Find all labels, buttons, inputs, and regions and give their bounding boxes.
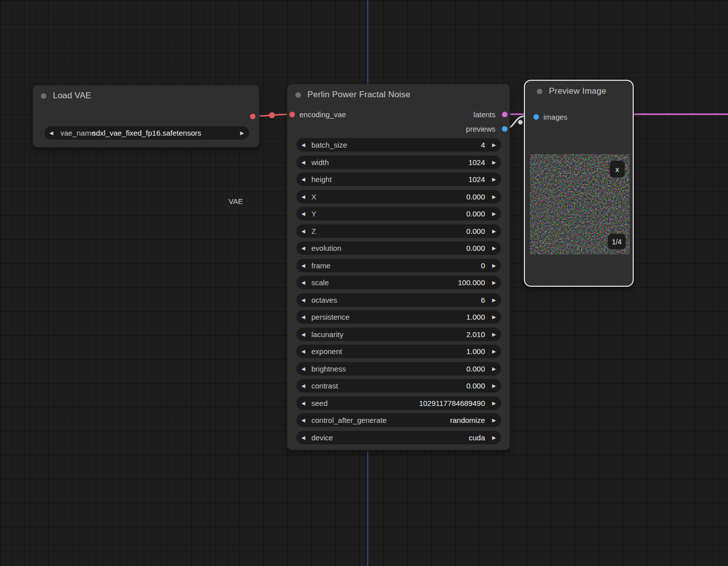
widget-value: randomize [450, 416, 485, 424]
collapse-dot-icon[interactable] [41, 93, 46, 99]
widget-label: lacunarity [311, 330, 343, 339]
widget-frame[interactable]: ◀frame0▶ [296, 259, 501, 272]
increment-arrow-icon[interactable]: ▶ [488, 259, 496, 272]
decrement-arrow-icon[interactable]: ◀ [301, 173, 309, 186]
node-perlin-power-fractal-noise[interactable]: Perlin Power Fractal Noise encoding_vae … [287, 84, 510, 450]
widget-label: device [311, 433, 333, 442]
widget-value: 100.000 [458, 278, 485, 287]
decrement-arrow-icon[interactable]: ◀ [301, 362, 309, 376]
increment-arrow-icon[interactable]: ▶ [488, 310, 496, 324]
node-load-vae[interactable]: Load VAE VAE ◀ vae_name sdxl_vae_fixed_f… [32, 85, 259, 148]
increment-arrow-icon[interactable]: ▶ [488, 207, 496, 220]
decrement-arrow-icon[interactable]: ◀ [301, 259, 309, 272]
output-slot-dot-previews[interactable] [502, 126, 507, 132]
widget-label: frame [311, 261, 330, 270]
widget-label: control_after_generate [311, 416, 387, 424]
widget-label: contrast [311, 381, 338, 390]
increment-arrow-icon[interactable]: ▶ [488, 190, 496, 203]
increment-arrow-icon[interactable]: ▶ [488, 396, 496, 410]
widget-lacunarity[interactable]: ◀lacunarity2.010▶ [296, 328, 501, 341]
prev-value-arrow-icon[interactable]: ◀ [49, 126, 57, 140]
node-header[interactable]: Perlin Power Fractal Noise [287, 84, 509, 105]
increment-arrow-icon[interactable]: ▶ [488, 138, 496, 152]
increment-arrow-icon[interactable]: ▶ [488, 345, 496, 358]
decrement-arrow-icon[interactable]: ◀ [301, 328, 309, 341]
node-preview-image[interactable]: Preview Image images [524, 80, 634, 287]
widget-value: 0.000 [466, 244, 485, 252]
increment-arrow-icon[interactable]: ▶ [488, 293, 496, 307]
widget-persistence[interactable]: ◀persistence1.000▶ [296, 310, 501, 324]
preview-image-thumbnail[interactable]: x 1/4 [530, 154, 630, 254]
widget-X[interactable]: ◀X0.000▶ [296, 190, 501, 203]
node-header[interactable]: Preview Image [525, 81, 633, 102]
widget-Z[interactable]: ◀Z0.000▶ [296, 224, 501, 238]
increment-arrow-icon[interactable]: ▶ [488, 362, 496, 376]
widget-vae-name[interactable]: ◀ vae_name sdxl_vae_fixed_fp16.safetenso… [44, 126, 249, 140]
widget-brightness[interactable]: ◀brightness0.000▶ [296, 362, 501, 376]
widget-scale[interactable]: ◀scale100.000▶ [296, 276, 501, 289]
decrement-arrow-icon[interactable]: ◀ [301, 293, 309, 307]
decrement-arrow-icon[interactable]: ◀ [301, 345, 309, 358]
decrement-arrow-icon[interactable]: ◀ [301, 156, 309, 169]
decrement-arrow-icon[interactable]: ◀ [301, 207, 309, 220]
decrement-arrow-icon[interactable]: ◀ [301, 396, 309, 410]
increment-arrow-icon[interactable]: ▶ [488, 328, 496, 341]
decrement-arrow-icon[interactable]: ◀ [301, 190, 309, 203]
widget-device[interactable]: ◀devicecuda▶ [296, 431, 501, 444]
collapse-dot-icon[interactable] [537, 89, 542, 94]
output-slot-dot-vae[interactable] [250, 114, 255, 119]
increment-arrow-icon[interactable]: ▶ [488, 379, 496, 392]
increment-arrow-icon[interactable]: ▶ [488, 413, 496, 427]
widget-evolution[interactable]: ◀evolution0.000▶ [296, 241, 501, 255]
widget-height[interactable]: ◀height1024▶ [296, 173, 501, 186]
widget-value: cuda [469, 433, 485, 442]
widget-contrast[interactable]: ◀contrast0.000▶ [296, 379, 501, 392]
widget-value: 1.000 [466, 347, 485, 356]
widget-label: persistence [311, 313, 350, 321]
node-header[interactable]: Load VAE [33, 85, 259, 106]
increment-arrow-icon[interactable]: ▶ [488, 224, 496, 238]
increment-arrow-icon[interactable]: ▶ [488, 431, 496, 444]
widget-control_after_generate[interactable]: ◀control_after_generaterandomize▶ [296, 413, 501, 427]
widget-octaves[interactable]: ◀octaves6▶ [296, 293, 501, 307]
widget-value: 0.000 [466, 209, 485, 218]
widget-batch_size[interactable]: ◀batch_size4▶ [296, 138, 501, 152]
increment-arrow-icon[interactable]: ▶ [488, 156, 496, 169]
widget-value: 2.010 [466, 330, 485, 339]
widget-label: batch_size [311, 141, 347, 149]
decrement-arrow-icon[interactable]: ◀ [301, 224, 309, 238]
previews-link-midpoint-dot[interactable] [518, 120, 523, 125]
widget-width[interactable]: ◀width1024▶ [296, 156, 501, 169]
widget-list: ◀batch_size4▶◀width1024▶◀height1024▶◀X0.… [296, 138, 501, 444]
decrement-arrow-icon[interactable]: ◀ [301, 379, 309, 392]
widget-value: 1024 [469, 158, 485, 167]
node-title: Perlin Power Fractal Noise [307, 90, 410, 100]
decrement-arrow-icon[interactable]: ◀ [301, 276, 309, 289]
widget-label: evolution [311, 244, 341, 252]
widget-value: 0.000 [466, 365, 485, 373]
node-graph-canvas[interactable]: Load VAE VAE ◀ vae_name sdxl_vae_fixed_f… [0, 0, 728, 566]
widget-label: seed [311, 399, 328, 407]
widget-value: 0.000 [466, 227, 485, 235]
decrement-arrow-icon[interactable]: ◀ [301, 431, 309, 444]
output-slot-dot-latents[interactable] [502, 112, 507, 117]
close-preview-button[interactable]: x [610, 161, 625, 178]
widget-value: 6 [481, 296, 485, 304]
increment-arrow-icon[interactable]: ▶ [488, 173, 496, 186]
next-value-arrow-icon[interactable]: ▶ [236, 126, 244, 140]
decrement-arrow-icon[interactable]: ◀ [301, 138, 309, 152]
widget-Y[interactable]: ◀Y0.000▶ [296, 207, 501, 220]
output-slot-label-latents: latents [474, 111, 495, 118]
decrement-arrow-icon[interactable]: ◀ [301, 310, 309, 324]
widget-seed[interactable]: ◀seed1029117784689490▶ [296, 396, 501, 410]
widget-label: Z [311, 227, 316, 235]
input-slot-dot-encoding-vae[interactable] [289, 112, 295, 117]
collapse-dot-icon[interactable] [295, 92, 301, 98]
widget-exponent[interactable]: ◀exponent1.000▶ [296, 345, 501, 358]
increment-arrow-icon[interactable]: ▶ [488, 241, 496, 255]
decrement-arrow-icon[interactable]: ◀ [301, 413, 309, 427]
increment-arrow-icon[interactable]: ▶ [488, 276, 496, 289]
vae-link-midpoint-dot[interactable] [269, 112, 275, 118]
decrement-arrow-icon[interactable]: ◀ [301, 241, 309, 255]
input-slot-dot-images[interactable] [533, 114, 539, 120]
